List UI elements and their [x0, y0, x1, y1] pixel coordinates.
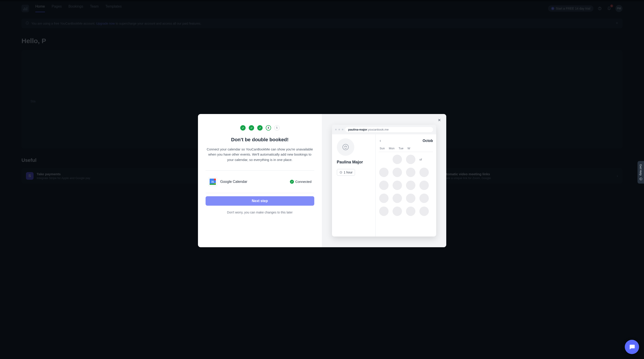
next-step-button[interactable]: Next step	[206, 196, 314, 206]
day-cell	[392, 207, 402, 216]
day-cell	[392, 181, 402, 190]
day-cell	[406, 155, 416, 164]
modal-right: paulina-major.youcanbook.me Paulina Majo…	[322, 114, 446, 247]
svg-point-6	[343, 144, 348, 150]
smile-icon	[639, 177, 642, 181]
day-cell	[406, 207, 416, 216]
day-cell	[379, 181, 388, 190]
divider	[206, 193, 314, 193]
gcal-day: 31	[211, 180, 214, 183]
preview-avatar	[337, 138, 354, 156]
window-dot	[342, 129, 343, 130]
preview-calendar: ‹ Octob Sun Mon Tue W	[376, 134, 436, 237]
day-cell	[392, 168, 402, 177]
step-4-active: 4	[266, 125, 271, 131]
booking-page-preview: paulina-major.youcanbook.me Paulina Majo…	[332, 125, 436, 237]
chat-icon	[628, 344, 635, 350]
day-cell	[392, 155, 402, 164]
step-5-future: 5	[274, 125, 280, 131]
day-cell	[406, 181, 416, 190]
dow-mon: Mon	[389, 147, 394, 150]
dow-sun: Sun	[380, 147, 385, 150]
dow-wed: W	[408, 147, 410, 150]
modal-left: 4 5 Don't be double booked! Connect your…	[198, 114, 322, 247]
url-subdomain: paulina-major	[348, 128, 367, 131]
duration-pill: 1 hour	[337, 169, 355, 176]
day-cell	[379, 194, 388, 203]
step-3-done	[257, 125, 262, 131]
day-cell	[420, 207, 429, 216]
day-cell	[406, 168, 416, 177]
day-grid: of	[379, 155, 433, 216]
preview-name: Paulina Major	[337, 160, 371, 165]
chat-fab[interactable]	[625, 340, 639, 354]
window-dot	[338, 129, 340, 130]
window-dot	[335, 129, 337, 130]
modal-description: Connect your calendar so YouCanBookMe ca…	[206, 147, 314, 162]
calendar-connection-row: 31 Google Calendar Connected	[206, 171, 314, 193]
step-1-done	[240, 125, 246, 131]
dow-tue: Tue	[398, 147, 404, 150]
preview-url: paulina-major.youcanbook.me	[345, 127, 433, 132]
modal-title: Don't be double booked!	[231, 137, 288, 143]
day-cell	[420, 194, 429, 203]
check-icon	[290, 180, 294, 184]
preview-body: Paulina Major 1 hour ‹ Octob	[332, 134, 436, 237]
month-row: ‹ Octob	[379, 138, 433, 143]
preview-urlbar: paulina-major.youcanbook.me	[332, 125, 436, 134]
month-label: Octob	[422, 139, 433, 143]
chevron-left-icon: ‹	[379, 138, 382, 143]
calendar-name: Google Calendar	[220, 180, 287, 184]
day-cell	[406, 194, 416, 203]
svg-point-8	[346, 147, 346, 147]
get-help-tab[interactable]: Get Help	[638, 161, 644, 184]
later-text: Don't worry, you can make changes to thi…	[227, 211, 292, 214]
preview-profile: Paulina Major 1 hour	[332, 134, 376, 237]
step-2-done	[249, 125, 254, 131]
duration-label: 1 hour	[344, 171, 353, 174]
connected-status: Connected	[290, 180, 312, 184]
svg-point-10	[640, 178, 642, 180]
stepper: 4 5	[240, 125, 280, 131]
modal-close-button[interactable]	[436, 117, 442, 123]
connected-label: Connected	[295, 180, 312, 184]
day-cell	[379, 207, 388, 216]
url-domain: .youcanbook.me	[367, 128, 388, 131]
day-cell	[379, 168, 388, 177]
onboarding-modal: 4 5 Don't be double booked! Connect your…	[198, 114, 446, 247]
day-cell	[420, 181, 429, 190]
google-calendar-icon: 31	[208, 177, 217, 186]
day-cell	[420, 168, 429, 177]
modal-overlay: 4 5 Don't be double booked! Connect your…	[0, 0, 644, 359]
day-cell	[392, 194, 402, 203]
help-label: Get Help	[639, 164, 642, 175]
weekday-row: Sun Mon Tue W	[379, 147, 433, 150]
svg-point-7	[344, 147, 345, 147]
clock-icon	[339, 171, 342, 174]
overflow-indicator: of	[420, 155, 422, 164]
